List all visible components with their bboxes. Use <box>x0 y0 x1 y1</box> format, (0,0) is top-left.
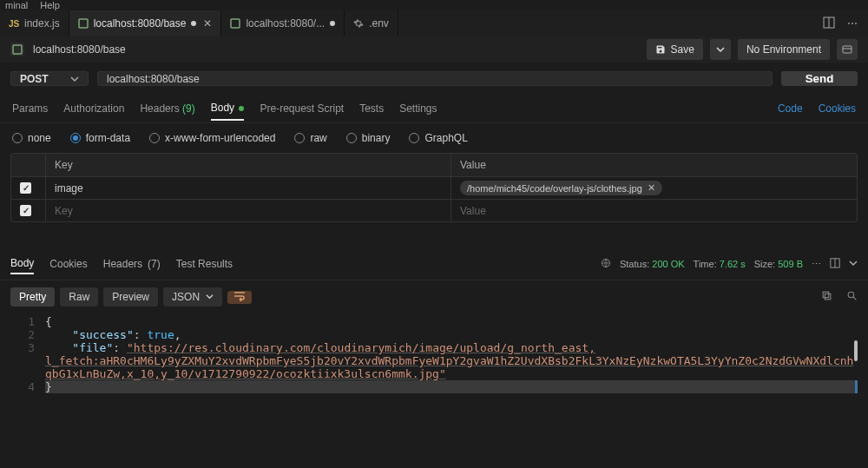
view-preview-button[interactable]: Preview <box>103 287 158 307</box>
tab-prerequest[interactable]: Pre-request Script <box>260 97 344 120</box>
dirty-indicator-icon <box>330 21 335 26</box>
radio-icon <box>12 133 23 143</box>
save-response-icon[interactable] <box>830 258 840 270</box>
remove-file-icon[interactable]: ✕ <box>648 182 655 194</box>
resp-tab-cookies[interactable]: Cookies <box>49 254 87 274</box>
format-select[interactable]: JSON <box>163 287 222 307</box>
time-value: 7.62 s <box>720 259 746 269</box>
form-data-table: Key Value ✓ image /home/mich45/code/over… <box>10 153 858 222</box>
radio-icon <box>346 133 357 143</box>
tab-body[interactable]: Body <box>211 96 245 121</box>
table-header-row: Key Value <box>11 154 857 176</box>
tab-params[interactable]: Params <box>12 97 48 120</box>
headers-count: (7) <box>148 258 161 270</box>
request-title-bar: localhost:8080/base Save No Environment <box>0 36 868 63</box>
tab-headers[interactable]: Headers (9) <box>140 97 194 120</box>
tab-authorization[interactable]: Authorization <box>63 97 124 120</box>
send-button[interactable]: Send <box>781 71 858 86</box>
value-placeholder[interactable]: Value <box>451 200 857 221</box>
file-path: /home/mich45/code/overlay-js/clothes.jpg <box>467 183 642 194</box>
save-icon <box>655 44 666 55</box>
close-icon[interactable]: ✕ <box>203 17 212 30</box>
radio-binary[interactable]: binary <box>346 132 391 144</box>
http-file-icon <box>230 18 240 29</box>
tab-label: localhost:8080/base <box>94 17 187 30</box>
menu-terminal[interactable]: minal <box>5 0 28 10</box>
file-pill[interactable]: /home/mich45/code/overlay-js/clothes.jpg… <box>460 181 662 195</box>
dirty-indicator-icon <box>191 21 196 26</box>
http-file-icon <box>78 18 89 29</box>
radio-raw[interactable]: raw <box>294 132 326 144</box>
tab-tests[interactable]: Tests <box>359 97 384 120</box>
more-icon[interactable]: ⋯ <box>812 259 821 270</box>
tab-label: Body <box>211 102 234 114</box>
resp-tab-headers[interactable]: Headers (7) <box>103 254 161 274</box>
checkbox-icon[interactable]: ✓ <box>20 205 31 216</box>
environment-select[interactable]: No Environment <box>738 39 830 60</box>
url-row: POST Send <box>0 63 868 95</box>
response-tabs: Body Cookies Headers (7) Test Results St… <box>0 248 868 280</box>
chevron-down-icon <box>206 293 214 300</box>
tab-request-base[interactable]: localhost:8080/base ✕ <box>69 10 222 36</box>
request-tabs: Params Authorization Headers (9) Body Pr… <box>0 95 868 123</box>
tab-request-other[interactable]: localhost:8080/... <box>221 10 345 36</box>
radio-graphql[interactable]: GraphQL <box>409 132 467 144</box>
environment-quicklook-button[interactable] <box>837 39 858 60</box>
search-icon[interactable] <box>846 290 858 304</box>
save-label: Save <box>671 43 694 56</box>
resp-tab-tests[interactable]: Test Results <box>176 254 233 274</box>
save-button[interactable]: Save <box>647 39 703 60</box>
view-raw-button[interactable]: Raw <box>60 287 98 307</box>
more-icon[interactable]: ⋯ <box>847 17 858 30</box>
http-file-icon <box>10 43 24 56</box>
table-row[interactable]: ✓ image /home/mich45/code/overlay-js/clo… <box>11 176 857 199</box>
tab-label: Headers <box>103 258 142 270</box>
response-body[interactable]: 1{ 2 "success": true, 3 "file": "https:/… <box>0 313 868 402</box>
http-method-select[interactable]: POST <box>10 71 89 86</box>
view-pretty-button[interactable]: Pretty <box>10 287 55 307</box>
copy-icon[interactable] <box>821 290 832 304</box>
chevron-down-icon[interactable] <box>849 259 858 269</box>
menu-help[interactable]: Help <box>40 0 60 10</box>
scrollbar-thumb[interactable] <box>854 340 858 361</box>
save-menu-button[interactable] <box>710 39 731 60</box>
svg-rect-0 <box>79 19 88 28</box>
radio-form-data[interactable]: form-data <box>70 132 130 144</box>
gear-icon <box>353 18 364 29</box>
headers-count: (9) <box>182 102 195 115</box>
checkbox-icon[interactable]: ✓ <box>20 182 31 194</box>
eye-icon <box>841 43 853 56</box>
col-value: Value <box>451 154 857 176</box>
tab-label: localhost:8080/... <box>246 17 325 30</box>
tab-indexjs[interactable]: JS index.js <box>0 10 69 36</box>
format-label: JSON <box>172 291 200 303</box>
table-row-empty[interactable]: ✓ Key Value <box>11 199 857 221</box>
split-editor-icon[interactable] <box>823 16 835 31</box>
resp-tab-body[interactable]: Body <box>10 254 34 274</box>
radio-icon <box>149 133 160 143</box>
link-cookies[interactable]: Cookies <box>819 102 856 115</box>
tab-label: .env <box>369 17 389 30</box>
key-placeholder[interactable]: Key <box>46 200 451 221</box>
link-code[interactable]: Code <box>778 102 803 115</box>
body-indicator-icon <box>239 106 244 111</box>
wrap-lines-button[interactable] <box>227 291 252 304</box>
key-cell[interactable]: image <box>46 177 451 199</box>
radio-xwww[interactable]: x-www-form-urlencoded <box>149 132 275 144</box>
radio-icon <box>294 133 305 143</box>
radio-none[interactable]: none <box>12 132 51 144</box>
request-title: localhost:8080/base <box>33 43 126 56</box>
wrap-icon <box>233 291 246 301</box>
size-value: 509 B <box>778 259 803 269</box>
url-input[interactable] <box>97 71 773 86</box>
menubar: minal Help <box>0 0 868 10</box>
svg-rect-11 <box>823 292 829 298</box>
js-file-icon: JS <box>9 18 19 29</box>
tab-env[interactable]: .env <box>345 10 398 36</box>
environment-label: No Environment <box>746 43 821 56</box>
tab-settings[interactable]: Settings <box>399 97 437 120</box>
tab-label: Headers <box>140 102 179 115</box>
svg-line-13 <box>853 297 856 300</box>
globe-icon <box>601 258 611 270</box>
tabbar: JS index.js localhost:8080/base ✕ localh… <box>0 10 868 36</box>
